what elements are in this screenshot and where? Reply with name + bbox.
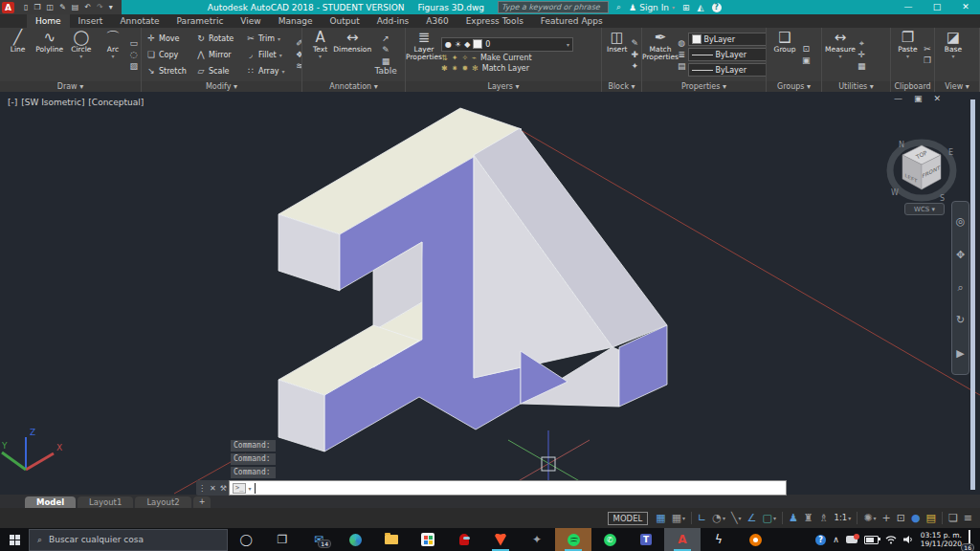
layer-properties-button[interactable]: ≣Layer Properties [409,30,439,79]
epic-icon[interactable]: ✦ [519,528,555,551]
scrollbar[interactable] [970,99,975,490]
grid-icon[interactable]: ▦ [654,511,667,525]
volume-icon[interactable] [903,535,914,544]
graphics-performance-icon[interactable]: ● [909,511,923,525]
rectangle-icon[interactable]: ▭ [130,38,139,48]
panel-label-block[interactable]: Block ▾ [602,81,641,92]
vp-minimize-icon[interactable]: — [894,94,914,103]
cut-icon[interactable]: ✂ [924,44,931,54]
array-button[interactable]: ∷Array▾ [244,63,294,79]
stretch-button[interactable]: ↘Stretch [145,63,194,79]
store-icon[interactable] [410,528,446,551]
ellipse-icon[interactable]: ◌ [130,50,139,59]
redo-icon[interactable]: ↷ [94,3,106,11]
undo-icon[interactable]: ↶ [81,3,94,11]
layer-tool-icon[interactable]: ⌁ [472,54,477,62]
panel-label-modify[interactable]: Modify ▾ [142,81,301,92]
qat-dropdown-icon[interactable]: ▾ [106,3,116,11]
search-icon[interactable]: ⌕ [616,2,621,12]
scale-button[interactable]: ▱Scale [194,63,244,79]
compass-s[interactable]: S [940,194,945,203]
taskbar-clock[interactable]: 03:15 p. m. 19/11/2020 [921,531,962,548]
maximize-button[interactable]: □ [923,0,951,14]
file-explorer-icon[interactable] [373,528,410,551]
wifi-icon[interactable] [885,535,897,544]
brave-icon[interactable] [482,528,519,551]
layer-tool-icon[interactable]: ✹ [461,64,468,73]
view-control-button[interactable]: [SW Isometric] [21,98,84,107]
tab-add-ins[interactable]: Add-ins [368,14,418,28]
tab-manage[interactable]: Manage [270,14,322,28]
tab-annotate[interactable]: Annotate [111,14,167,28]
snap-icon[interactable]: ▦▾ [670,511,687,525]
leader-icon[interactable]: ↗ [369,33,402,43]
otrack-icon[interactable]: ∠ [746,511,759,525]
tab-view[interactable]: View [232,14,269,28]
chevron-down-icon[interactable]: ▾ [319,54,322,59]
spotify-icon[interactable] [555,528,591,551]
circle-button[interactable]: ◯Circle▾ [66,30,96,79]
chevron-down-icon[interactable]: ▾ [567,41,569,48]
ortho-icon[interactable]: ∟ [696,511,708,525]
drawing-area[interactable]: [-] [SW Isometric] [Conceptual] —▣✕ ZXY … [0,92,980,495]
panel-label-properties[interactable]: Properties ▾ [642,81,766,92]
tray-help-icon[interactable]: ? [815,535,826,545]
panel-label-clipboard[interactable]: Clipboard [891,81,934,92]
chevron-down-icon[interactable]: ▾ [279,52,282,58]
open-file-icon[interactable]: ❒ [31,3,43,11]
layer-tool-icon[interactable]: ✱ [441,64,448,73]
block-create-icon[interactable]: ✚ [631,50,638,59]
block-edit-icon[interactable]: ✎ [631,38,638,48]
ungroup-icon[interactable]: ⊡ [802,44,811,54]
nav-motion-icon[interactable]: ▶ [956,348,964,360]
insert-button[interactable]: ◫Insert [605,30,629,79]
fillet-button[interactable]: ◞Fillet▾ [244,47,294,63]
quick-select-icon[interactable]: ⌖ [858,38,866,48]
isodraft-icon[interactable]: ╲▾ [729,511,744,525]
vp-close-icon[interactable]: ✕ [934,94,953,103]
nav-pan-icon[interactable]: ✥ [956,250,965,261]
workspace-icon[interactable]: ✺▾ [861,511,878,525]
action-center-button[interactable]: 16 [969,531,970,549]
line-button[interactable]: ╱Line [3,30,33,79]
close-button[interactable]: ✕ [951,0,980,14]
layout-tab-model[interactable]: Model [25,496,76,508]
exchange-apps-icon[interactable]: ◭ [698,3,704,12]
tab-home[interactable]: Home [27,14,70,28]
layer-select-dropdown[interactable]: ●☀◆0▾ [441,37,573,52]
taskbar-search-input[interactable]: ⌕ Buscar cualquier cosa [29,529,228,551]
layer-tool-icon[interactable]: ✻ [472,64,479,73]
nav-orbit-icon[interactable]: ↻ [956,315,965,326]
command-input[interactable]: >_ ▾ [229,480,787,496]
polyline-button[interactable]: ∿Polyline [34,30,64,79]
hidden-icons-chevron[interactable]: ∧ [833,535,839,544]
save-icon[interactable]: ◫ [44,3,57,11]
close-icon[interactable]: ✕ [210,484,216,493]
compass-w[interactable]: W [891,188,899,197]
arc-button[interactable]: ⌒Arc▾ [98,30,127,79]
whatsapp-icon[interactable]: ✆ [591,528,628,551]
viewport-menu-button[interactable]: [-] [8,98,17,107]
chevron-down-icon[interactable]: ▾ [838,54,841,59]
teams-icon[interactable]: T [628,528,664,551]
layer-tool-icon[interactable]: ✧ [461,54,468,62]
measure-button[interactable]: ↔Measure▾ [825,30,856,79]
meet-now-icon[interactable] [846,536,858,543]
tab-express-tools[interactable]: Express Tools [457,14,532,28]
panel-label-draw[interactable]: Draw ▾ [0,81,141,92]
paste-button[interactable]: ❐Paste▾ [894,30,922,79]
chevron-down-icon[interactable]: ▾ [111,54,114,59]
table-icon[interactable]: ▦ Table [369,56,402,76]
command-line-grip[interactable]: ⋮✕⚒ [196,480,229,496]
hatch-icon[interactable]: ▨ [130,61,139,71]
quick-calc-icon[interactable]: ✛ [858,50,866,59]
plot-status-icon[interactable]: ▤ [924,511,938,525]
annotation-scale-value[interactable]: 1:1▾ [833,511,854,525]
erase-icon[interactable]: ✐ [296,38,301,48]
annotation-scale-icon[interactable]: ♗ [817,511,831,525]
osnap-icon[interactable]: ▢▾ [760,511,777,525]
vp-restore-icon[interactable]: ▣ [914,94,934,103]
group-edit-icon[interactable]: ▣ [802,55,811,65]
mail-icon[interactable]: ✉14 [301,528,337,551]
chevron-down-icon[interactable]: ▾ [906,54,909,59]
